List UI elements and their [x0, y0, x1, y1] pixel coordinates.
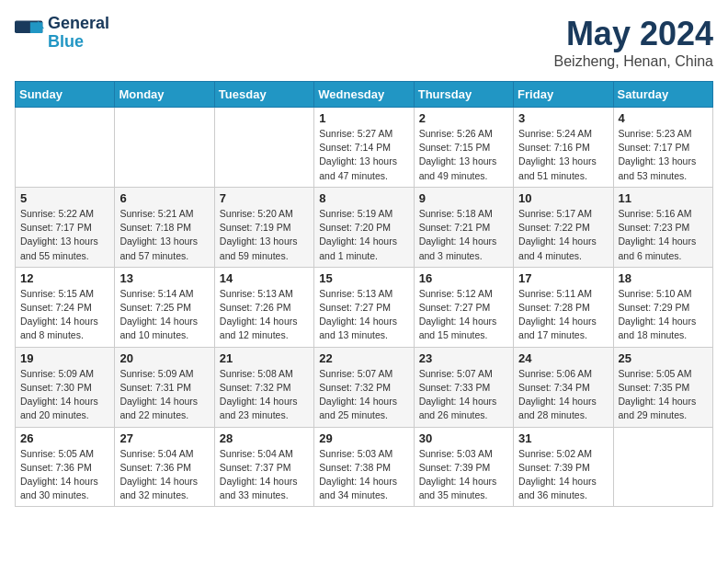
day-number: 25	[619, 351, 708, 365]
day-cell-29: 29Sunrise: 5:03 AM Sunset: 7:38 PM Dayli…	[314, 427, 414, 507]
day-number: 13	[119, 271, 209, 285]
day-number: 3	[518, 111, 608, 125]
day-number: 24	[518, 351, 608, 365]
calendar-title: May 2024	[554, 15, 713, 53]
day-info: Sunrise: 5:18 AM Sunset: 7:21 PM Dayligh…	[419, 207, 508, 263]
day-info: Sunrise: 5:26 AM Sunset: 7:15 PM Dayligh…	[419, 127, 508, 183]
weekday-header-tuesday: Tuesday	[214, 82, 313, 108]
day-number: 22	[319, 351, 408, 365]
day-cell-6: 6Sunrise: 5:21 AM Sunset: 7:18 PM Daylig…	[115, 187, 214, 267]
logo: General Blue	[15, 15, 109, 52]
day-info: Sunrise: 5:07 AM Sunset: 7:33 PM Dayligh…	[419, 367, 508, 423]
day-cell-5: 5Sunrise: 5:22 AM Sunset: 7:17 PM Daylig…	[16, 187, 115, 267]
day-cell-10: 10Sunrise: 5:17 AM Sunset: 7:22 PM Dayli…	[514, 187, 613, 267]
empty-cell	[613, 427, 712, 507]
day-number: 5	[20, 191, 109, 205]
day-info: Sunrise: 5:17 AM Sunset: 7:22 PM Dayligh…	[518, 207, 608, 263]
day-info: Sunrise: 5:07 AM Sunset: 7:32 PM Dayligh…	[319, 367, 408, 423]
day-cell-23: 23Sunrise: 5:07 AM Sunset: 7:33 PM Dayli…	[414, 347, 513, 427]
day-number: 12	[20, 271, 109, 285]
day-info: Sunrise: 5:24 AM Sunset: 7:16 PM Dayligh…	[518, 127, 608, 183]
day-number: 9	[419, 191, 508, 205]
day-info: Sunrise: 5:02 AM Sunset: 7:39 PM Dayligh…	[518, 447, 608, 503]
day-info: Sunrise: 5:20 AM Sunset: 7:19 PM Dayligh…	[220, 207, 309, 263]
day-info: Sunrise: 5:16 AM Sunset: 7:23 PM Dayligh…	[619, 207, 708, 263]
day-cell-28: 28Sunrise: 5:04 AM Sunset: 7:37 PM Dayli…	[214, 427, 313, 507]
day-number: 10	[518, 191, 608, 205]
day-cell-13: 13Sunrise: 5:14 AM Sunset: 7:25 PM Dayli…	[115, 267, 214, 347]
week-row-2: 5Sunrise: 5:22 AM Sunset: 7:17 PM Daylig…	[16, 187, 713, 267]
day-info: Sunrise: 5:03 AM Sunset: 7:38 PM Dayligh…	[319, 447, 408, 503]
page-header: General Blue May 2024 Beizheng, Henan, C…	[15, 15, 713, 70]
day-cell-14: 14Sunrise: 5:13 AM Sunset: 7:26 PM Dayli…	[214, 267, 313, 347]
calendar-body: 1Sunrise: 5:27 AM Sunset: 7:14 PM Daylig…	[16, 108, 713, 507]
title-area: May 2024 Beizheng, Henan, China	[554, 15, 713, 70]
day-cell-31: 31Sunrise: 5:02 AM Sunset: 7:39 PM Dayli…	[514, 427, 613, 507]
day-cell-3: 3Sunrise: 5:24 AM Sunset: 7:16 PM Daylig…	[514, 108, 613, 188]
day-cell-19: 19Sunrise: 5:09 AM Sunset: 7:30 PM Dayli…	[16, 347, 115, 427]
day-cell-16: 16Sunrise: 5:12 AM Sunset: 7:27 PM Dayli…	[414, 267, 513, 347]
weekday-header-row: SundayMondayTuesdayWednesdayThursdayFrid…	[16, 82, 713, 108]
day-info: Sunrise: 5:10 AM Sunset: 7:29 PM Dayligh…	[619, 287, 708, 343]
day-cell-8: 8Sunrise: 5:19 AM Sunset: 7:20 PM Daylig…	[314, 187, 414, 267]
day-info: Sunrise: 5:21 AM Sunset: 7:18 PM Dayligh…	[119, 207, 209, 263]
day-cell-30: 30Sunrise: 5:03 AM Sunset: 7:39 PM Dayli…	[414, 427, 513, 507]
day-cell-11: 11Sunrise: 5:16 AM Sunset: 7:23 PM Dayli…	[613, 187, 712, 267]
day-cell-15: 15Sunrise: 5:13 AM Sunset: 7:27 PM Dayli…	[314, 267, 414, 347]
day-cell-20: 20Sunrise: 5:09 AM Sunset: 7:31 PM Dayli…	[115, 347, 214, 427]
day-number: 17	[518, 271, 608, 285]
day-cell-17: 17Sunrise: 5:11 AM Sunset: 7:28 PM Dayli…	[514, 267, 613, 347]
day-number: 31	[518, 431, 608, 445]
day-cell-21: 21Sunrise: 5:08 AM Sunset: 7:32 PM Dayli…	[214, 347, 313, 427]
day-cell-27: 27Sunrise: 5:04 AM Sunset: 7:36 PM Dayli…	[115, 427, 214, 507]
day-info: Sunrise: 5:04 AM Sunset: 7:36 PM Dayligh…	[119, 447, 209, 503]
week-row-3: 12Sunrise: 5:15 AM Sunset: 7:24 PM Dayli…	[16, 267, 713, 347]
day-number: 2	[419, 111, 508, 125]
empty-cell	[16, 108, 115, 188]
day-info: Sunrise: 5:23 AM Sunset: 7:17 PM Dayligh…	[619, 127, 708, 183]
day-info: Sunrise: 5:27 AM Sunset: 7:14 PM Dayligh…	[319, 127, 408, 183]
day-number: 14	[220, 271, 309, 285]
day-number: 6	[119, 191, 209, 205]
day-cell-24: 24Sunrise: 5:06 AM Sunset: 7:34 PM Dayli…	[514, 347, 613, 427]
day-number: 4	[619, 111, 708, 125]
day-info: Sunrise: 5:08 AM Sunset: 7:32 PM Dayligh…	[220, 367, 309, 423]
day-number: 19	[20, 351, 109, 365]
day-cell-12: 12Sunrise: 5:15 AM Sunset: 7:24 PM Dayli…	[16, 267, 115, 347]
day-info: Sunrise: 5:03 AM Sunset: 7:39 PM Dayligh…	[419, 447, 508, 503]
day-number: 30	[419, 431, 508, 445]
weekday-header-wednesday: Wednesday	[314, 82, 414, 108]
day-cell-25: 25Sunrise: 5:05 AM Sunset: 7:35 PM Dayli…	[613, 347, 712, 427]
day-info: Sunrise: 5:19 AM Sunset: 7:20 PM Dayligh…	[319, 207, 408, 263]
day-number: 15	[319, 271, 408, 285]
day-info: Sunrise: 5:14 AM Sunset: 7:25 PM Dayligh…	[119, 287, 209, 343]
day-cell-18: 18Sunrise: 5:10 AM Sunset: 7:29 PM Dayli…	[613, 267, 712, 347]
day-info: Sunrise: 5:05 AM Sunset: 7:35 PM Dayligh…	[619, 367, 708, 423]
day-number: 29	[319, 431, 408, 445]
day-number: 28	[220, 431, 309, 445]
day-info: Sunrise: 5:13 AM Sunset: 7:26 PM Dayligh…	[220, 287, 309, 343]
day-number: 26	[20, 431, 109, 445]
day-cell-7: 7Sunrise: 5:20 AM Sunset: 7:19 PM Daylig…	[214, 187, 313, 267]
day-info: Sunrise: 5:22 AM Sunset: 7:17 PM Dayligh…	[20, 207, 109, 263]
day-cell-1: 1Sunrise: 5:27 AM Sunset: 7:14 PM Daylig…	[314, 108, 414, 188]
logo-icon	[15, 20, 44, 46]
empty-cell	[214, 108, 313, 188]
day-number: 16	[419, 271, 508, 285]
empty-cell	[115, 108, 214, 188]
weekday-header-monday: Monday	[115, 82, 214, 108]
day-number: 20	[119, 351, 209, 365]
day-cell-4: 4Sunrise: 5:23 AM Sunset: 7:17 PM Daylig…	[613, 108, 712, 188]
day-number: 8	[319, 191, 408, 205]
day-info: Sunrise: 5:12 AM Sunset: 7:27 PM Dayligh…	[419, 287, 508, 343]
day-number: 11	[619, 191, 708, 205]
day-info: Sunrise: 5:15 AM Sunset: 7:24 PM Dayligh…	[20, 287, 109, 343]
day-number: 23	[419, 351, 508, 365]
day-info: Sunrise: 5:04 AM Sunset: 7:37 PM Dayligh…	[220, 447, 309, 503]
weekday-header-friday: Friday	[514, 82, 613, 108]
day-info: Sunrise: 5:11 AM Sunset: 7:28 PM Dayligh…	[518, 287, 608, 343]
day-number: 27	[119, 431, 209, 445]
day-cell-26: 26Sunrise: 5:05 AM Sunset: 7:36 PM Dayli…	[16, 427, 115, 507]
logo-text: General Blue	[48, 15, 109, 52]
day-cell-2: 2Sunrise: 5:26 AM Sunset: 7:15 PM Daylig…	[414, 108, 513, 188]
